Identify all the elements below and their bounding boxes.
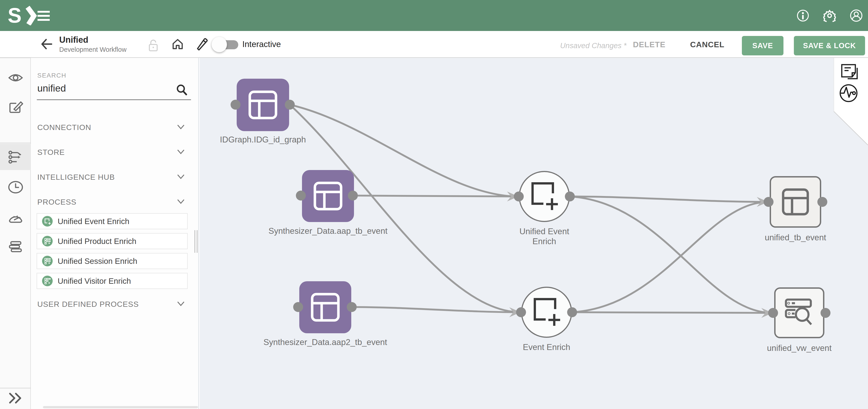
node-unified-tb-event[interactable] (770, 176, 821, 228)
chevron-down-icon (177, 174, 185, 180)
search-icon[interactable] (176, 84, 188, 96)
canvas-corner-fold (834, 58, 868, 145)
logo-letter: S (8, 6, 22, 25)
node-label: Event Enrich (522, 342, 571, 352)
gauge-icon[interactable] (8, 209, 24, 225)
port-aap2-tb-out[interactable] (347, 302, 357, 312)
search-input[interactable] (37, 83, 173, 94)
compose-edit-icon[interactable] (8, 99, 24, 115)
process-item-unified-event-enrich[interactable]: Unified Event Enrich (37, 213, 188, 229)
process-item-unified-product-enrich[interactable]: Unified Product Enrich (37, 233, 188, 249)
table-icon (781, 188, 809, 216)
unlock-icon (147, 39, 160, 52)
workflow-subtitle: Development Workflow (59, 46, 127, 53)
workflow-icon[interactable] (8, 149, 24, 165)
schedule-clock-icon[interactable] (8, 179, 24, 195)
chevron-down-icon (177, 149, 185, 155)
section-store[interactable]: STORE (37, 148, 191, 161)
chevron-down-icon (177, 124, 185, 130)
section-process[interactable]: PROCESS (37, 198, 191, 211)
node-aap-tb-event[interactable] (302, 170, 354, 222)
port-aap-tb-in[interactable] (296, 191, 306, 200)
app-header: S (0, 0, 868, 31)
node-unified-event-enrich[interactable] (519, 171, 570, 222)
brand-logo[interactable]: S (8, 6, 37, 25)
edge-event-enrich-to-unified-vw-event[interactable] (572, 312, 773, 313)
section-intelligence-hub[interactable]: INTELLIGENCE HUB (37, 173, 191, 186)
port-ee-out[interactable] (567, 307, 577, 317)
node-idgraph[interactable] (237, 79, 289, 131)
edge-aap-tb-event-to-unified-event-enrich[interactable] (353, 195, 519, 196)
node-label: unified_tb_event (750, 233, 841, 243)
left-icon-rail (0, 31, 31, 409)
panel-horizontal-scrollbar[interactable] (43, 406, 198, 408)
node-event-enrich[interactable] (521, 287, 572, 338)
component-search-panel: SEARCH CONNECTION STORE INTELLIGENCE HUB… (32, 58, 199, 409)
port-tb-out[interactable] (817, 197, 827, 207)
stack-layers-icon[interactable] (8, 239, 24, 255)
chevron-down-icon (177, 301, 185, 307)
flowchart-grid-icon (42, 276, 53, 286)
view-search-icon (784, 297, 817, 331)
edge-unified-event-enrich-to-unified-tb-event[interactable] (570, 196, 769, 202)
node-unified-vw-event[interactable] (774, 287, 825, 338)
enrich-square-plus-icon (531, 182, 560, 213)
edit-pencil-icon[interactable] (196, 38, 209, 51)
node-aap2-tb-event[interactable] (299, 281, 351, 333)
expand-panel-icon[interactable] (8, 392, 23, 405)
node-label: Synthesizer_Data.aap_tb_event (260, 226, 396, 236)
table-icon (310, 292, 340, 322)
save-button[interactable]: SAVE (742, 36, 783, 55)
hamburger-menu-icon[interactable] (37, 11, 50, 21)
table-icon (248, 90, 278, 120)
panel-resize-handle[interactable] (194, 230, 198, 253)
process-item-unified-session-enrich[interactable]: Unified Session Enrich (37, 253, 188, 269)
delete-button[interactable]: DELETE (633, 40, 665, 49)
home-icon[interactable] (171, 38, 184, 51)
workflow-canvas[interactable]: IDGraph.IDG_id_graph Synthesizer_Data.aa… (199, 58, 868, 409)
section-user-defined-process[interactable]: USER DEFINED PROCESS (37, 300, 191, 313)
port-aap2-tb-in[interactable] (293, 302, 303, 312)
node-label: Synthesizer_Data.aap2_tb_event (257, 337, 393, 347)
workflow-toolbar: Unified Development Workflow Interactive… (0, 31, 868, 58)
unsaved-changes-label: Unsaved Changes * (560, 41, 627, 50)
port-idgraph-in[interactable] (230, 100, 241, 109)
port-uee-out[interactable] (565, 191, 575, 201)
account-icon[interactable] (850, 9, 863, 22)
enrich-square-plus-icon (42, 216, 53, 226)
enrich-square-plus-icon (533, 297, 562, 329)
interactive-toggle-knob[interactable] (212, 37, 227, 52)
view-eye-icon[interactable] (8, 70, 24, 86)
back-arrow-icon[interactable] (40, 38, 53, 51)
node-label: IDGraph.IDG_id_graph (218, 135, 308, 145)
table-icon (313, 181, 343, 211)
chevron-down-icon (177, 199, 185, 204)
flowchart-grid-icon (42, 236, 53, 246)
port-ee-in[interactable] (516, 307, 526, 317)
port-vw-in[interactable] (768, 308, 778, 318)
cancel-button[interactable]: CANCEL (690, 40, 724, 49)
info-icon[interactable] (797, 9, 809, 22)
workflow-title: Unified (59, 35, 88, 45)
process-item-unified-visitor-enrich[interactable]: Unified Visitor Enrich (37, 273, 188, 289)
port-vw-out[interactable] (820, 308, 831, 318)
settings-gear-icon[interactable] (823, 9, 836, 22)
port-aap-tb-out[interactable] (348, 191, 358, 200)
node-label: unified_vw_event (754, 343, 844, 353)
node-label: Unified Event Enrich (515, 226, 574, 246)
section-connection[interactable]: CONNECTION (37, 123, 191, 136)
port-idgraph-out[interactable] (285, 100, 295, 109)
edge-unified-event-enrich-to-unified-vw-event[interactable] (570, 196, 773, 313)
edge-event-enrich-to-unified-tb-event[interactable] (572, 202, 769, 312)
flowchart-grid-icon (42, 256, 53, 266)
save-lock-button[interactable]: SAVE & LOCK (794, 36, 865, 55)
search-label: SEARCH (37, 72, 66, 79)
port-uee-in[interactable] (514, 191, 524, 201)
interactive-label: Interactive (242, 39, 281, 49)
port-tb-in[interactable] (764, 197, 774, 207)
